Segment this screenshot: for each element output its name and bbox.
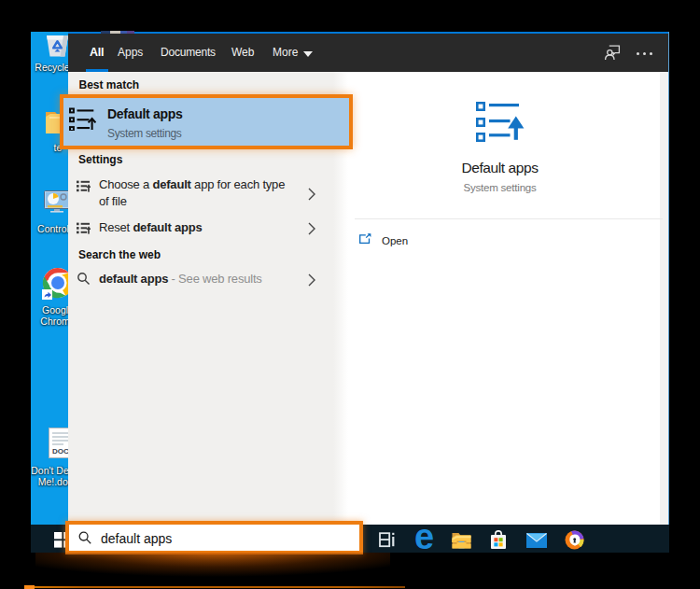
svg-text:e: e — [414, 526, 434, 551]
